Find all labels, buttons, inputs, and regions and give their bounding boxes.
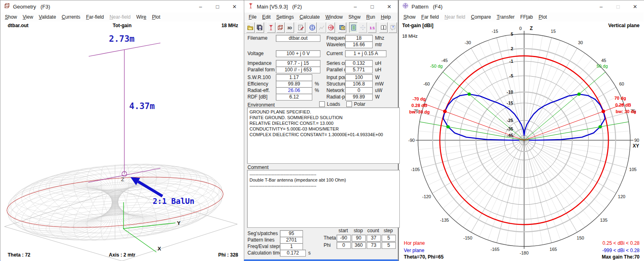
svg-text:-30: -30: [465, 40, 471, 45]
checkbox-polar[interactable]: [346, 101, 352, 107]
field-value-radiat-eff-[interactable]: 26.06: [276, 87, 312, 94]
geometry-menu-validate[interactable]: Validate: [36, 13, 59, 21]
geometry-frequency-label: 18 MHz: [222, 23, 238, 28]
pattern-frequency-label: 18 MHz: [402, 34, 418, 39]
main-maximize-button[interactable]: □: [364, 0, 381, 13]
main-minimize-button[interactable]: –: [347, 0, 364, 13]
toolbar-scale-1-1-button[interactable]: 1:1: [368, 22, 376, 33]
field-value-freq-eval-steps[interactable]: 1: [280, 243, 303, 250]
toolbar-documentation-button[interactable]: [379, 22, 388, 33]
pattern-menu-fftab[interactable]: FFtab: [517, 13, 535, 21]
field-value-series-comp-[interactable]: 0.132: [345, 60, 373, 67]
field-value-rdf-db-[interactable]: 6.12: [276, 94, 312, 101]
toolbar-geometry-viewer-button[interactable]: [276, 22, 285, 33]
main-menu-run[interactable]: Run: [363, 13, 378, 21]
main-menu-show[interactable]: Show: [345, 13, 363, 21]
toolbar-3d-viewer-button[interactable]: 3D: [286, 22, 294, 33]
angle-theta-step[interactable]: 5: [382, 235, 396, 242]
angle-phi-step[interactable]: 5: [382, 242, 396, 249]
field-value-parallel-form[interactable]: 100 // - j 653: [276, 66, 320, 73]
pattern-window: -165-150-135-120-105-90-75-60-45-30-1501…: [399, 0, 644, 261]
main-close-button[interactable]: ✕: [381, 0, 398, 13]
main-menu-window[interactable]: Window: [322, 13, 345, 21]
pattern-menu-plot[interactable]: Plot: [536, 13, 550, 21]
geometry-close-button[interactable]: ✕: [226, 0, 243, 13]
toolbar-view-style-button[interactable]: ?: [338, 22, 346, 33]
comment-editor[interactable]: ----------------------------------------…: [247, 170, 400, 228]
toolbar-table-view-button[interactable]: [349, 22, 358, 33]
angle-theta-start[interactable]: -90: [337, 235, 351, 242]
main-menu-help[interactable]: Help: [378, 13, 394, 21]
main-menu-calculate[interactable]: Calculate: [296, 13, 322, 21]
toolbar-save-file-button[interactable]: [256, 22, 264, 33]
svg-text:105: 105: [629, 167, 636, 172]
svg-text:165: 165: [550, 247, 557, 252]
toolbar-run-nec-button[interactable]: [267, 22, 275, 33]
field-value-calculation-time[interactable]: 0.172: [280, 250, 306, 257]
angle-table-header-start: start: [337, 228, 350, 233]
toolbar-line-chart-button[interactable]: [318, 22, 326, 33]
geometry-menu-far-field[interactable]: Far-field: [83, 13, 107, 21]
pattern-minimize-button[interactable]: –: [593, 0, 610, 13]
field-value-wavelength[interactable]: 16.66: [345, 41, 373, 48]
toolbar-far-field-pattern-button[interactable]: [308, 22, 317, 33]
angle-phi-start[interactable]: 0: [337, 242, 351, 249]
main-menu-settings[interactable]: Settings: [273, 13, 296, 21]
angle-theta-stop[interactable]: 90: [352, 235, 366, 242]
pattern-close-button[interactable]: ✕: [627, 0, 644, 13]
field-value-input-power[interactable]: 100: [345, 74, 373, 81]
field-value-pattern-lines[interactable]: 2701: [280, 237, 303, 244]
geometry-menu-plot[interactable]: Plot: [149, 13, 163, 21]
angle-theta-count[interactable]: 37: [367, 235, 381, 242]
environment-line: RELATIVE DIELECTRIC CONST.= 13.000: [249, 120, 397, 126]
geometry-menu-currents[interactable]: Currents: [59, 13, 83, 21]
geometry-3d-view[interactable]: XYZ2.73m4.37m2:1 BalUn: [0, 0, 244, 261]
geometry-maximize-button[interactable]: □: [209, 0, 226, 13]
geometry-minimize-button[interactable]: –: [192, 0, 209, 13]
svg-text:30: 30: [578, 40, 583, 45]
field-value-voltage[interactable]: 100 + j 0 V: [276, 50, 320, 57]
pattern-menu-far-field[interactable]: Far field: [418, 13, 441, 21]
toolbar-help-button[interactable]: ?: [388, 22, 397, 33]
pattern-menu-near-field[interactable]: Near field: [441, 13, 468, 21]
polar-plot[interactable]: -165-150-135-120-105-90-75-60-45-30-1501…: [399, 0, 644, 261]
field-value-filename[interactable]: dtbar.out: [276, 35, 320, 42]
field-value-radiat-power[interactable]: 99.89: [345, 94, 373, 101]
toolbar-optimizer-button[interactable]: [358, 22, 367, 33]
field-value-seg-s-patches[interactable]: 95: [280, 230, 303, 237]
field-unit-efficiency: %: [315, 81, 319, 87]
field-value-current[interactable]: 1 + j 0.15 A: [345, 50, 386, 57]
toolbar-smith-chart-button[interactable]: [327, 22, 335, 33]
field-value-s-w-r-100[interactable]: 1.17: [276, 74, 312, 81]
marker-label: -70 dg: [413, 96, 426, 101]
field-value-parallel-comp-[interactable]: 5.771: [345, 66, 373, 73]
environment-line: COMPLEX DIELECTRIC CONSTANT= 1.30000E+01…: [249, 132, 397, 137]
comment-line: ----------------------------------------…: [249, 183, 397, 188]
angle-table-header-count: count: [367, 228, 380, 233]
main-menu-file[interactable]: File: [246, 13, 259, 21]
pattern-menu-transfer[interactable]: Transfer: [494, 13, 517, 21]
field-value-frequency[interactable]: 18: [345, 35, 373, 42]
geometry-menu-view[interactable]: View: [20, 13, 36, 21]
svg-text:0: 0: [519, 26, 522, 31]
toolbar-edit-nec-file-button[interactable]: [297, 22, 305, 33]
field-value-impedance[interactable]: 97.7 - j 15: [276, 60, 320, 67]
angle-phi-stop[interactable]: 360: [352, 242, 366, 249]
geometry-status-axis: Axis : 2 mtr: [0, 252, 244, 258]
field-value-network-loss[interactable]: 0: [345, 87, 373, 94]
main-menu-edit[interactable]: Edit: [259, 13, 273, 21]
pattern-maximize-button[interactable]: □: [610, 0, 627, 13]
angle-phi-count[interactable]: 73: [367, 242, 381, 249]
geometry-menu-wire[interactable]: Wire: [133, 13, 149, 21]
documentation-icon: [380, 24, 387, 31]
toolbar-open-file-button[interactable]: [246, 22, 255, 33]
checkbox-loads[interactable]: [319, 101, 325, 107]
pattern-menu-show[interactable]: Show: [401, 13, 418, 21]
geometry-menu-near-field[interactable]: Near-field: [107, 13, 133, 21]
pattern-menu-compare[interactable]: Compare: [468, 13, 494, 21]
angle-table-header-stop: stop: [352, 228, 365, 233]
marker-label: -50 dg: [430, 64, 443, 68]
field-value-structure-loss[interactable]: 106.8: [345, 81, 373, 88]
geometry-menu-show[interactable]: Show: [2, 13, 20, 21]
field-value-efficiency[interactable]: 99.89: [276, 81, 312, 88]
